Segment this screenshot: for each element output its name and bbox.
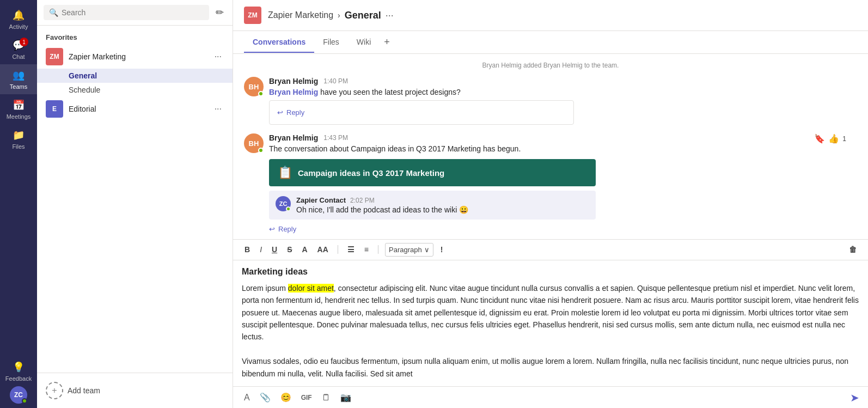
compose-button[interactable]: ✏ bbox=[213, 4, 226, 21]
sidebar-content: Favorites ZM Zapier Marketing ··· Genera… bbox=[37, 26, 233, 373]
rail-item-activity[interactable]: 🔔 Activity bbox=[0, 4, 37, 34]
rail-item-meetings[interactable]: 📅 Meetings bbox=[0, 94, 37, 124]
sidebar-header: 🔍 ✏ bbox=[37, 0, 233, 26]
card-title-2: Campaign ideas in Q3 2017 Marketing bbox=[298, 168, 444, 178]
sidebar: 🔍 ✏ Favorites ZM Zapier Marketing ··· Ge… bbox=[37, 0, 233, 408]
channel-title-group: Zapier Marketing › General ··· bbox=[268, 10, 394, 21]
channel-more-button[interactable]: ··· bbox=[386, 10, 394, 21]
channel-team-name: Zapier Marketing bbox=[268, 10, 333, 20]
msg-header-1: Bryan Helmig 1:40 PM bbox=[269, 77, 857, 86]
team-item-editorial[interactable]: E Editorial ··· bbox=[37, 97, 233, 121]
gif-button[interactable]: GIF bbox=[299, 392, 314, 404]
msg-text-2: The conversation about Campaign ideas in… bbox=[269, 143, 857, 155]
paragraph-dropdown[interactable]: Paragraph ∨ bbox=[385, 243, 433, 257]
meetings-icon: 📅 bbox=[12, 99, 25, 112]
message-2: BH Bryan Helmig 1:43 PM The conversation… bbox=[244, 129, 857, 239]
mention-1[interactable]: Bryan Helmig bbox=[269, 88, 318, 96]
msg-content-2: Bryan Helmig 1:43 PM The conversation ab… bbox=[269, 133, 857, 235]
reply-link-1[interactable]: ↩ Reply bbox=[277, 106, 566, 119]
italic-button[interactable]: I bbox=[257, 243, 265, 256]
rail-label-activity: Activity bbox=[9, 23, 28, 30]
tab-conversations[interactable]: Conversations bbox=[244, 32, 314, 53]
messages-area: Bryan Helmig added Bryan Helmig to the t… bbox=[233, 54, 868, 239]
chat-badge: 1 bbox=[20, 38, 28, 46]
underline-button[interactable]: U bbox=[269, 243, 280, 256]
emoji-button[interactable]: 😊 bbox=[278, 390, 294, 405]
thumbsup-button-2[interactable]: 👍 bbox=[828, 133, 839, 144]
add-team-button[interactable]: + Add team bbox=[46, 380, 100, 401]
numbered-list-button[interactable]: ≡ bbox=[362, 243, 371, 256]
msg-header-2: Bryan Helmig 1:43 PM bbox=[269, 133, 857, 142]
video-button[interactable]: 📷 bbox=[338, 390, 353, 405]
teams-icon: 👥 bbox=[12, 69, 25, 82]
reply-link-2[interactable]: ↩ Reply bbox=[269, 223, 857, 235]
reply-icon-2: ↩ bbox=[269, 225, 275, 233]
toolbar-separator-1 bbox=[338, 245, 338, 254]
tab-add-button[interactable]: + bbox=[380, 31, 394, 53]
tab-wiki[interactable]: Wiki bbox=[348, 32, 380, 53]
search-icon: 🔍 bbox=[49, 8, 58, 17]
search-input[interactable] bbox=[62, 8, 204, 17]
msg-avatar-2: BH bbox=[244, 133, 264, 153]
bullet-list-button[interactable]: ☰ bbox=[345, 243, 357, 256]
editor-text-normal-2: , consectetur adipiscing elit. Nunc vita… bbox=[242, 284, 859, 342]
message-editor[interactable]: Marketing ideas Lorem ipsum dolor sit am… bbox=[233, 260, 868, 386]
font-size-button[interactable]: AA bbox=[315, 243, 331, 256]
rail-item-feedback[interactable]: 💡 Feedback bbox=[0, 356, 37, 386]
online-dot-1 bbox=[258, 91, 264, 96]
rail-item-files[interactable]: 📁 Files bbox=[0, 124, 37, 154]
online-dot-2 bbox=[258, 148, 264, 153]
main-content: ZM Zapier Marketing › General ··· Conver… bbox=[233, 0, 868, 408]
team-avatar-editorial: E bbox=[46, 100, 63, 118]
reply-inner-2: ZC Zapier Contact 2:02 PM Oh nice, I'll … bbox=[276, 196, 589, 214]
format-text-button[interactable]: A bbox=[242, 391, 252, 405]
formatting-toolbar: B I U S A AA ☰ ≡ Paragraph ∨ ! 🗑 bbox=[233, 240, 868, 260]
channel-name-schedule: Schedule bbox=[69, 86, 100, 94]
channel-team-avatar: ZM bbox=[244, 7, 261, 24]
add-team-icon: + bbox=[46, 382, 63, 399]
online-indicator bbox=[22, 398, 27, 404]
strikethrough-button[interactable]: S bbox=[284, 243, 295, 256]
font-color-button[interactable]: A bbox=[299, 243, 310, 256]
msg-content-1: Bryan Helmig 1:40 PM Bryan Helmig have y… bbox=[269, 77, 857, 125]
tab-files[interactable]: Files bbox=[314, 32, 348, 53]
left-rail: 🔔 Activity 💬 Chat 1 👥 Teams 📅 Meetings 📁… bbox=[0, 0, 37, 408]
send-button[interactable]: ➤ bbox=[850, 391, 859, 404]
channel-name-header: General bbox=[345, 10, 381, 21]
bold-button[interactable]: B bbox=[242, 243, 253, 256]
reply-content-2: Zapier Contact 2:02 PM Oh nice, I'll add… bbox=[296, 196, 589, 214]
reply-online-2 bbox=[286, 206, 291, 211]
rail-item-teams[interactable]: 👥 Teams bbox=[0, 64, 37, 94]
search-box[interactable]: 🔍 bbox=[44, 5, 209, 20]
delete-button[interactable]: 🗑 bbox=[846, 243, 859, 256]
team-menu-editorial[interactable]: ··· bbox=[212, 103, 224, 115]
msg-time-2: 1:43 PM bbox=[323, 134, 348, 142]
exclamation-button[interactable]: ! bbox=[438, 243, 446, 256]
channel-item-schedule[interactable]: Schedule bbox=[37, 83, 233, 97]
favorites-label: Favorites bbox=[37, 30, 233, 45]
editor-text-normal-1: Lorem ipsum bbox=[242, 284, 288, 293]
reply-author-2: Zapier Contact bbox=[296, 196, 346, 204]
team-menu-zm[interactable]: ··· bbox=[212, 51, 224, 63]
files-icon: 📁 bbox=[12, 129, 25, 142]
rail-label-feedback: Feedback bbox=[5, 375, 32, 382]
message-1: BH Bryan Helmig 1:40 PM Bryan Helmig hav… bbox=[244, 72, 857, 129]
attach-button[interactable]: 📎 bbox=[258, 390, 273, 405]
msg-card-2[interactable]: 📋 Campaign ideas in Q3 2017 Marketing bbox=[269, 159, 596, 186]
reply-time-2: 2:02 PM bbox=[350, 197, 375, 204]
message-block-2: BH Bryan Helmig 1:43 PM The conversation… bbox=[244, 129, 857, 239]
user-initials: ZC bbox=[14, 391, 23, 399]
bookmark-button-2[interactable]: 🔖 bbox=[814, 133, 825, 144]
user-avatar[interactable]: ZC bbox=[10, 386, 27, 404]
channel-item-general[interactable]: General bbox=[37, 69, 233, 83]
reply-block-2: ZC Zapier Contact 2:02 PM Oh nice, I'll … bbox=[269, 191, 596, 220]
team-item-zapier-marketing[interactable]: ZM Zapier Marketing ··· bbox=[37, 45, 233, 69]
rail-item-chat[interactable]: 💬 Chat 1 bbox=[0, 34, 37, 64]
editor-title: Marketing ideas bbox=[242, 267, 859, 277]
team-name-zm: Zapier Marketing bbox=[69, 52, 207, 61]
sticker-button[interactable]: 🗒 bbox=[320, 391, 333, 405]
bottom-toolbar: A 📎 😊 GIF 🗒 📷 ➤ bbox=[233, 386, 868, 408]
editor-body[interactable]: Lorem ipsum dolor sit amet, consectetur … bbox=[242, 282, 859, 380]
rail-label-chat: Chat bbox=[12, 53, 25, 60]
toolbar-separator-2 bbox=[378, 245, 378, 254]
